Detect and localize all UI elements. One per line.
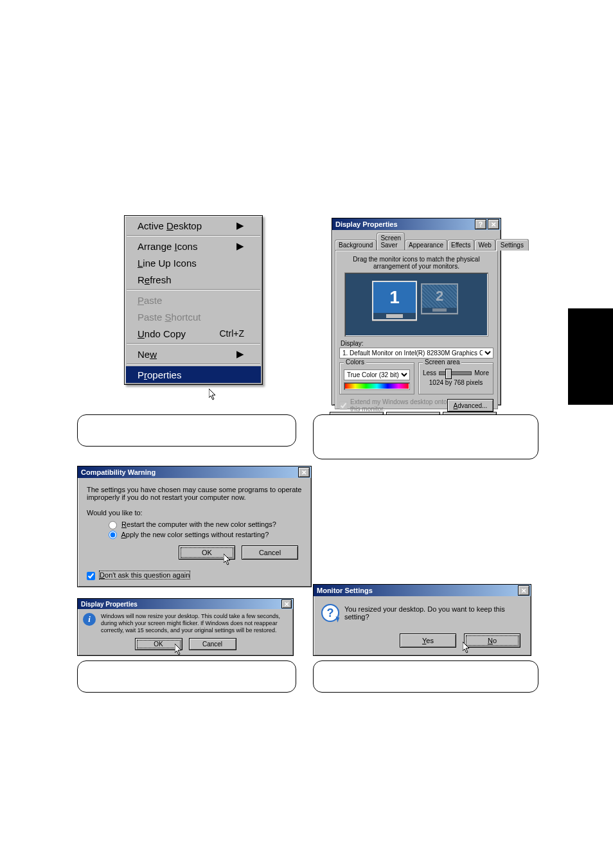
close-button[interactable]: ✕ [298, 467, 310, 477]
tab-web[interactable]: Web [474, 240, 495, 250]
colors-label: Colors [344, 359, 366, 366]
warning-text-2: improperly if you do not restart your co… [87, 493, 302, 501]
screen-area-label: Screen area [423, 359, 461, 366]
resize-info-dialog: Display Properties ✕ i Windows will now … [77, 598, 294, 656]
extend-desktop-label: Extend my Windows desktop onto this moni… [350, 398, 447, 412]
title-text: Compatibility Warning [79, 468, 297, 476]
menu-properties[interactable]: Properties [126, 366, 261, 383]
drag-instruction: Drag the monitor icons to match the phys… [341, 256, 492, 270]
menu-separator [127, 364, 260, 365]
display-properties-dialog: Display Properties ? ✕ Background Screen… [332, 218, 501, 405]
menu-active-desktop[interactable]: Active Desktop▶ [126, 217, 261, 234]
display-dropdown[interactable]: 1. Default Monitor on Intel(R) 82830M Gr… [339, 348, 493, 359]
menu-separator [127, 289, 260, 290]
resolution-value: 1024 by 768 pixels [423, 379, 489, 386]
ok-button[interactable]: OK [179, 545, 235, 560]
radio-apply[interactable]: Apply the new color settings without res… [109, 531, 269, 538]
yes-button[interactable]: Yes [400, 633, 456, 648]
menu-arrange-icons[interactable]: Arrange Icons▶ [126, 238, 261, 254]
monitor-1[interactable]: 1 [372, 281, 417, 321]
close-button[interactable]: ✕ [281, 599, 292, 608]
color-preview [344, 382, 410, 390]
cancel-button[interactable]: Cancel [189, 638, 236, 650]
resize-message: Windows will now resize your desktop. Th… [101, 613, 288, 634]
tab-appearance[interactable]: Appearance [405, 240, 447, 250]
titlebar[interactable]: Display Properties ? ✕ [332, 218, 501, 230]
menu-line-up-icons[interactable]: Line Up Icons [126, 254, 261, 271]
tab-screensaver[interactable]: Screen Saver [377, 233, 405, 250]
compatibility-warning-dialog: Compatibility Warning ✕ The settings you… [77, 466, 312, 587]
colors-dropdown[interactable]: True Color (32 bit) [344, 369, 410, 380]
area-more: More [474, 369, 489, 376]
settings-panel: Drag the monitor icons to match the phys… [335, 250, 498, 409]
menu-new[interactable]: New▶ [126, 346, 261, 362]
titlebar[interactable]: Compatibility Warning ✕ [78, 466, 311, 478]
tab-settings[interactable]: Settings [495, 239, 529, 251]
advanced-button[interactable]: Advanced... [447, 399, 493, 412]
caption-box-1 [77, 414, 296, 447]
title-text: Display Properties [79, 601, 280, 608]
desktop-context-menu[interactable]: Active Desktop▶ Arrange Icons▶ Line Up I… [124, 215, 263, 385]
monitor-settings-message: You resized your desktop. Do you want to… [344, 604, 523, 621]
monitor-2[interactable]: 2 [421, 283, 458, 314]
caption-box-3 [77, 660, 296, 693]
area-less: Less [423, 369, 436, 376]
monitor-settings-dialog: Monitor Settings ✕ ? You resized your de… [313, 584, 531, 656]
tab-effects[interactable]: Effects [447, 240, 474, 250]
help-button[interactable]: ? [475, 219, 486, 229]
question-icon: ? [321, 604, 338, 621]
menu-separator [127, 235, 260, 236]
menu-paste-shortcut: Paste Shortcut [126, 308, 261, 325]
warning-text-1: The settings you have chosen may cause s… [87, 486, 302, 493]
extend-desktop-checkbox [339, 402, 348, 410]
close-button[interactable]: ✕ [518, 585, 529, 596]
cancel-button[interactable]: Cancel [242, 545, 298, 560]
menu-refresh[interactable]: Refresh [126, 271, 261, 288]
dont-ask-checkbox[interactable]: Don't ask this question again [87, 571, 190, 579]
tab-strip: Background Screen Saver Appearance Effec… [335, 233, 501, 250]
no-button[interactable]: No [464, 633, 520, 648]
monitor-arrangement-area[interactable]: 1 2 [344, 272, 488, 337]
menu-separator [127, 343, 260, 344]
slider-thumb[interactable] [445, 369, 452, 379]
title-text: Display Properties [333, 220, 474, 228]
caption-box-2 [313, 414, 538, 459]
info-icon: i [83, 613, 96, 626]
ok-button[interactable]: OK [135, 638, 182, 650]
tab-background[interactable]: Background [335, 240, 377, 250]
titlebar[interactable]: Display Properties ✕ [78, 599, 293, 609]
menu-undo-copy[interactable]: Undo CopyCtrl+Z [126, 325, 261, 342]
titlebar[interactable]: Monitor Settings ✕ [314, 585, 531, 596]
title-text: Monitor Settings [315, 587, 517, 594]
svg-marker-0 [209, 389, 215, 400]
resolution-slider[interactable] [439, 371, 472, 375]
radio-restart[interactable]: Restart the computer with the new color … [109, 520, 276, 528]
caption-box-4 [313, 660, 538, 693]
cursor-icon [209, 389, 217, 400]
display-label: Display: [341, 340, 493, 347]
page-edge-tab [568, 308, 613, 405]
prompt-text: Would you like to: [87, 509, 302, 517]
menu-paste: Paste [126, 292, 261, 308]
close-button[interactable]: ✕ [488, 219, 499, 229]
